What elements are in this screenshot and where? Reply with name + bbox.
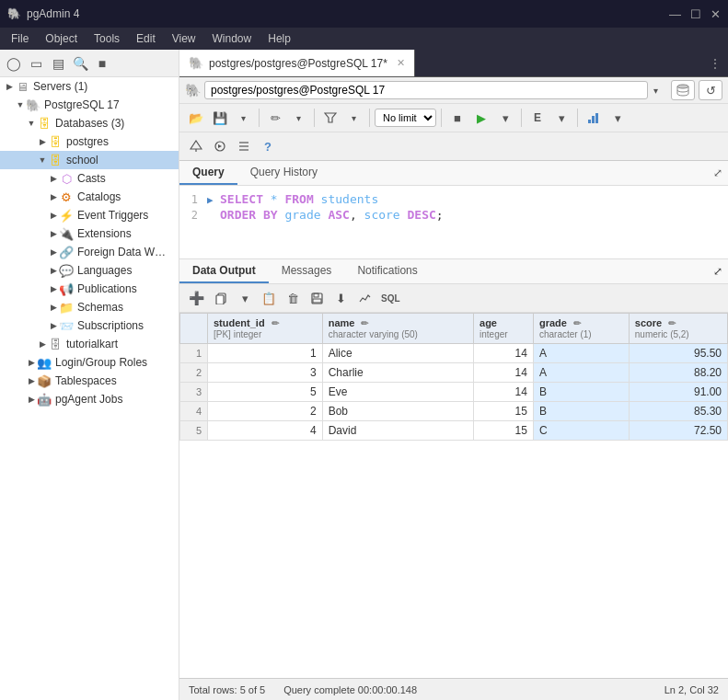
tree-item-tutorialkart[interactable]: ▶ 🗄 tutorialkart (0, 335, 179, 353)
edit-button[interactable]: ✏ (264, 107, 286, 129)
tree-item-servers[interactable]: ▶ 🖥 Servers (1) (0, 77, 179, 96)
paste-button[interactable]: 📋 (258, 287, 280, 309)
query-expand-icon[interactable]: ⤢ (708, 163, 728, 183)
tree-item-databases[interactable]: ▼ 🗄 Databases (3) (0, 114, 179, 132)
tree-item-foreign-data[interactable]: ▶ 🔗 Foreign Data W… (0, 243, 179, 261)
menu-help[interactable]: Help (260, 30, 298, 47)
filter-dropdown[interactable]: ▾ (319, 107, 364, 129)
delete-row-button[interactable]: 🗑 (282, 287, 304, 309)
age-cell: 14 (474, 344, 534, 363)
main-layout: ◯ ▭ ▤ 🔍 ■ ▶ 🖥 Servers (1) ▼ 🐘 PostgreSQL… (0, 50, 728, 700)
tab-query[interactable]: Query (179, 161, 237, 185)
title-bar: 🐘 pgAdmin 4 — ☐ ✕ (0, 0, 728, 28)
tree-item-subscriptions[interactable]: ▶ 📨 Subscriptions (0, 316, 179, 335)
tree-item-extensions[interactable]: ▶ 🔌 Extensions (0, 224, 179, 243)
explain-button[interactable]: E (526, 107, 549, 129)
copy-button[interactable] (210, 287, 232, 309)
maximize-button[interactable]: ☐ (690, 7, 701, 21)
stop-button[interactable]: ■ (446, 107, 468, 129)
tab-messages[interactable]: Messages (269, 259, 345, 283)
chart-button[interactable] (353, 287, 376, 309)
conn-refresh-btn[interactable]: ↺ (699, 80, 722, 100)
macro-button[interactable] (209, 135, 231, 157)
tree-item-pgagent-jobs[interactable]: ▶ 🤖 pgAgent Jobs (0, 390, 179, 408)
kw-select: SELECT (220, 192, 263, 206)
format-button[interactable] (185, 135, 207, 157)
tree-item-publications[interactable]: ▶ 📢 Publications (0, 280, 179, 298)
grade-cell: A (533, 344, 629, 363)
filter-dropdown-arrow[interactable]: ▾ (342, 107, 364, 129)
tab-data-output[interactable]: Data Output (179, 259, 269, 283)
tree-arrow-casts: ▶ (48, 174, 59, 183)
conn-dropdown-arrow[interactable]: ▾ (653, 86, 658, 96)
list-button[interactable] (233, 135, 255, 157)
conn-db-btn[interactable] (671, 80, 695, 100)
query-tab-close[interactable]: ✕ (397, 57, 405, 69)
sidebar-table-btn[interactable]: ▭ (26, 53, 46, 74)
score-cell: 72.50 (629, 421, 727, 441)
tree-item-school-db[interactable]: ▼ 🗄 school (0, 151, 179, 169)
pgagent-jobs-icon: 🤖 (37, 392, 52, 407)
sidebar-columns-btn[interactable]: ▤ (48, 53, 68, 74)
explain-dropdown-arrow[interactable]: ▾ (550, 107, 572, 129)
tab-query-history[interactable]: Query History (237, 161, 330, 185)
edit-dropdown-arrow[interactable]: ▾ (287, 107, 309, 129)
save-dropdown-arrow[interactable]: ▾ (232, 107, 254, 129)
sql-button[interactable]: SQL (377, 287, 404, 309)
download-button[interactable]: ⬇ (329, 287, 352, 309)
add-row-button[interactable]: ➕ (185, 287, 208, 309)
menu-view[interactable]: View (165, 30, 203, 47)
tree-arrow-subscriptions: ▶ (48, 321, 59, 330)
menu-object[interactable]: Object (38, 30, 85, 47)
data-expand-icon[interactable]: ⤢ (708, 261, 728, 281)
table-header-row: student_id ✏ [PK] integer name ✏ charact… (180, 314, 728, 344)
tree-item-casts[interactable]: ▶ ⬡ Casts (0, 169, 179, 188)
tablespaces-label: Tablespaces (55, 374, 117, 387)
query-editor-tab[interactable]: 🐘 postgres/postgres@PostgreSQL 17* ✕ (179, 50, 415, 76)
row-limit-select[interactable]: No limit 100 1000 (375, 109, 436, 127)
menu-tools[interactable]: Tools (87, 30, 127, 47)
filter-button[interactable] (319, 107, 341, 129)
save-data-button[interactable] (306, 287, 328, 309)
kw-desc: DESC (408, 208, 436, 222)
close-button[interactable]: ✕ (711, 7, 721, 21)
sidebar-object-btn[interactable]: ◯ (4, 53, 24, 74)
tree-item-catalogs[interactable]: ▶ ⚙ Catalogs (0, 188, 179, 206)
sidebar-terminal-btn[interactable]: ■ (92, 53, 112, 74)
age-cell: 15 (474, 421, 534, 441)
tree-item-schemas[interactable]: ▶ 📁 Schemas (0, 298, 179, 316)
tree-item-postgres-db[interactable]: ▶ 🗄 postgres (0, 132, 179, 151)
tab-notifications[interactable]: Notifications (344, 259, 430, 283)
tutorialkart-icon: 🗄 (48, 337, 63, 351)
minimize-button[interactable]: — (669, 7, 681, 21)
explain-analyze-btn[interactable] (583, 107, 605, 129)
save-dropdown[interactable]: 💾 ▾ (209, 107, 254, 129)
run-dropdown-arrow[interactable]: ▾ (494, 107, 516, 129)
tree-item-languages[interactable]: ▶ 💬 Languages (0, 261, 179, 280)
connection-bar: 🐘 ▾ ↺ (179, 77, 728, 104)
event-triggers-icon: ⚡ (59, 208, 74, 223)
edit-dropdown[interactable]: ✏ ▾ (264, 107, 309, 129)
copy-dropdown-arrow[interactable]: ▾ (234, 287, 256, 309)
code-editor[interactable]: 1 ▶ SELECT * FROM students 2 ▶ ORDER BY … (179, 186, 728, 259)
app-title: 🐘 pgAdmin 4 (7, 7, 79, 20)
tree-item-postgresql17[interactable]: ▼ 🐘 PostgreSQL 17 (0, 96, 179, 114)
tree-arrow-school-db: ▼ (37, 155, 48, 165)
tree-item-login-group-roles[interactable]: ▶ 👥 Login/Group Roles (0, 353, 179, 372)
sep5 (521, 109, 522, 127)
menu-file[interactable]: File (4, 30, 36, 47)
tree-item-event-triggers[interactable]: ▶ ⚡ Event Triggers (0, 206, 179, 224)
connection-selector[interactable] (204, 81, 648, 99)
tabbar-more-btn[interactable]: ⋮ (702, 50, 728, 76)
sidebar-search-btn[interactable]: 🔍 (70, 53, 90, 74)
save-button[interactable]: 💾 (209, 107, 231, 129)
run-button[interactable]: ▶ (470, 107, 492, 129)
servers-label: Servers (1) (33, 80, 87, 93)
analyze-dropdown-arrow[interactable]: ▾ (607, 107, 629, 129)
schemas-icon: 📁 (59, 300, 74, 315)
menu-edit[interactable]: Edit (129, 30, 163, 47)
help-button[interactable]: ? (257, 135, 279, 157)
menu-window[interactable]: Window (205, 30, 260, 47)
tree-item-tablespaces[interactable]: ▶ 📦 Tablespaces (0, 372, 179, 390)
open-file-button[interactable]: 📂 (185, 107, 207, 129)
